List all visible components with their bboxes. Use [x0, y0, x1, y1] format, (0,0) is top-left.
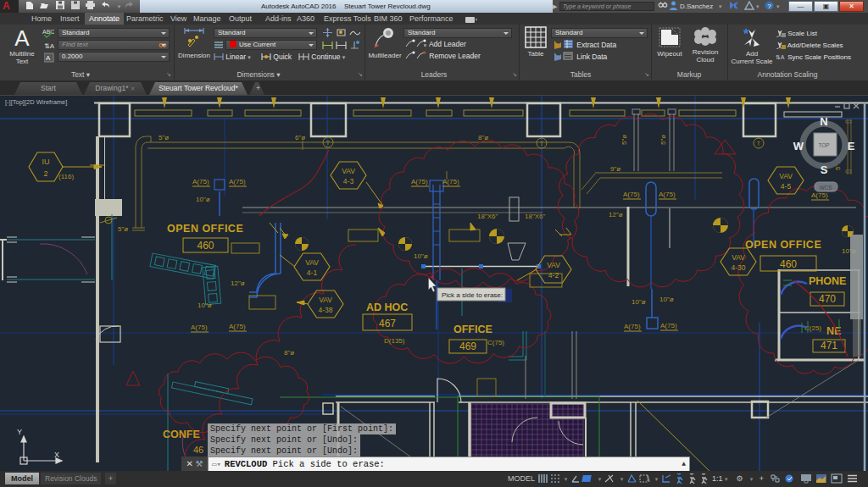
- svg-text:4-2: 4-2: [548, 271, 559, 279]
- svg-text:10"ø: 10"ø: [414, 252, 428, 260]
- svg-text:A(75): A(75): [624, 323, 641, 330]
- svg-text:VAV: VAV: [342, 167, 355, 175]
- svg-text:C(75): C(75): [487, 339, 504, 346]
- svg-text:N: N: [820, 115, 827, 128]
- svg-text:4-30: 4-30: [731, 263, 745, 272]
- svg-text:6"ø: 6"ø: [295, 134, 305, 141]
- svg-text:471: 471: [821, 340, 837, 351]
- svg-text:12"ø: 12"ø: [609, 211, 623, 219]
- svg-text:VAV: VAV: [779, 172, 793, 180]
- svg-text:460: 460: [197, 240, 214, 252]
- svg-text:WCS: WCS: [819, 185, 832, 191]
- svg-text:IU: IU: [42, 158, 50, 166]
- svg-text:A(75): A(75): [192, 178, 209, 185]
- svg-text:A(75): A(75): [191, 324, 208, 331]
- svg-text:10"ø: 10"ø: [632, 298, 646, 306]
- svg-text:AD HOC: AD HOC: [366, 302, 408, 313]
- svg-text:10"ø: 10"ø: [659, 296, 674, 303]
- svg-text:OFFICE: OFFICE: [453, 324, 492, 335]
- svg-text:⇅A: ⇅A: [44, 42, 54, 50]
- svg-text:5"ø: 5"ø: [659, 135, 667, 145]
- svg-text:OPEN OFFICE: OPEN OFFICE: [745, 239, 821, 251]
- svg-text:10"ø: 10"ø: [198, 302, 212, 309]
- svg-text:TOP: TOP: [818, 142, 829, 148]
- svg-text:A(75): A(75): [660, 322, 677, 329]
- svg-text:4-1: 4-1: [307, 268, 318, 277]
- svg-text:8"ø: 8"ø: [284, 349, 294, 357]
- svg-text:10"ø: 10"ø: [196, 196, 210, 203]
- svg-text:A: A: [46, 54, 51, 62]
- svg-text:9"ø: 9"ø: [610, 165, 620, 173]
- svg-text:VAV: VAV: [732, 253, 745, 262]
- svg-text:C(25): C(25): [804, 324, 821, 332]
- svg-text:A(75): A(75): [659, 191, 676, 198]
- svg-text:467: 467: [379, 318, 396, 329]
- svg-text:⇅A: ⇅A: [776, 54, 785, 60]
- svg-text:ABC: ABC: [42, 29, 54, 35]
- svg-text:5"ø: 5"ø: [159, 134, 169, 141]
- svg-text:PHONE: PHONE: [809, 275, 846, 287]
- svg-text:A(75): A(75): [411, 178, 428, 185]
- svg-text:A(75): A(75): [811, 191, 828, 199]
- svg-text:2: 2: [43, 169, 47, 178]
- svg-text:CONFE: CONFE: [163, 429, 200, 440]
- svg-text:5"ø: 5"ø: [118, 225, 128, 233]
- svg-text:E: E: [848, 140, 855, 152]
- svg-text:4-38: 4-38: [318, 306, 332, 314]
- svg-text:W: W: [793, 140, 804, 152]
- svg-text:Pick a side to erase:: Pick a side to erase:: [442, 291, 503, 299]
- svg-text:(116): (116): [58, 173, 74, 180]
- svg-text:T: T: [757, 141, 761, 147]
- svg-text:470: 470: [819, 293, 836, 305]
- svg-text:[-][Top][2D Wireframe]: [-][Top][2D Wireframe]: [5, 98, 67, 106]
- svg-text:8"ø: 8"ø: [478, 134, 488, 141]
- svg-text:4-3: 4-3: [343, 177, 354, 185]
- svg-text:VAV: VAV: [305, 258, 319, 267]
- svg-text:Y: Y: [17, 428, 22, 436]
- svg-text:VAV: VAV: [319, 296, 332, 304]
- svg-text:A(75): A(75): [442, 178, 459, 185]
- svg-text:5"ø: 5"ø: [620, 135, 628, 145]
- svg-text:VAV: VAV: [547, 261, 560, 269]
- svg-text:18"X6": 18"X6": [525, 213, 546, 220]
- svg-text:469: 469: [459, 340, 476, 352]
- svg-text:A(75): A(75): [229, 178, 246, 185]
- svg-text:4-5: 4-5: [781, 182, 792, 191]
- svg-text:S: S: [821, 163, 828, 176]
- svg-text:12"ø: 12"ø: [231, 279, 245, 287]
- svg-text:A(75): A(75): [229, 323, 246, 330]
- svg-text:T: T: [540, 141, 544, 147]
- svg-text:18"X6": 18"X6": [477, 213, 498, 220]
- svg-text:A(75): A(75): [623, 191, 640, 198]
- svg-text:X: X: [54, 451, 59, 459]
- svg-text:460: 460: [780, 258, 797, 270]
- svg-text:T: T: [326, 140, 331, 146]
- svg-text:OPEN OFFICE: OPEN OFFICE: [167, 223, 243, 235]
- svg-text:?: ?: [767, 3, 771, 10]
- svg-text:D(135): D(135): [384, 337, 405, 345]
- svg-text:46: 46: [193, 445, 203, 455]
